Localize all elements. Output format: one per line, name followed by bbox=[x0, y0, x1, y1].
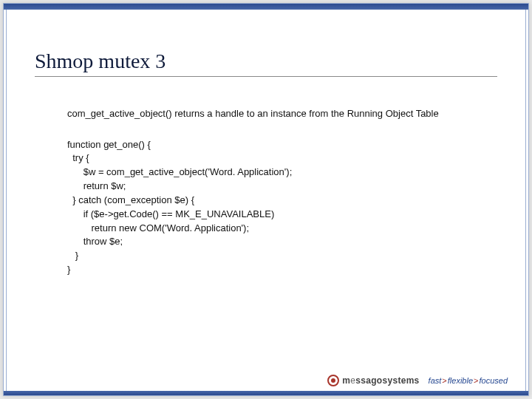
separator-icon: > bbox=[474, 376, 478, 385]
tagline: fast>flexible>focused bbox=[429, 376, 508, 385]
description-text: com_get_active_object() returns a handle… bbox=[67, 107, 484, 120]
right-border bbox=[525, 10, 526, 391]
tag-focused: focused bbox=[479, 376, 508, 385]
slide-body: com_get_active_object() returns a handle… bbox=[67, 107, 484, 277]
tag-flexible: flexible bbox=[448, 376, 473, 385]
slide: Shmop mutex 3 com_get_active_object() re… bbox=[3, 3, 529, 396]
top-band bbox=[4, 4, 528, 10]
brand-name: messagosystems bbox=[342, 375, 419, 386]
bottom-band bbox=[4, 391, 528, 395]
code-sample: function get_one() { try { $w = com_get_… bbox=[67, 138, 484, 277]
title-block: Shmop mutex 3 bbox=[35, 50, 497, 77]
footer: messagosystems fast>flexible>focused bbox=[327, 375, 508, 386]
left-border bbox=[6, 10, 7, 391]
tag-fast: fast bbox=[429, 376, 442, 385]
slide-title: Shmop mutex 3 bbox=[35, 50, 497, 73]
brand-logo: messagosystems bbox=[327, 375, 419, 386]
separator-icon: > bbox=[442, 376, 446, 385]
logo-mark-icon bbox=[327, 375, 339, 386]
